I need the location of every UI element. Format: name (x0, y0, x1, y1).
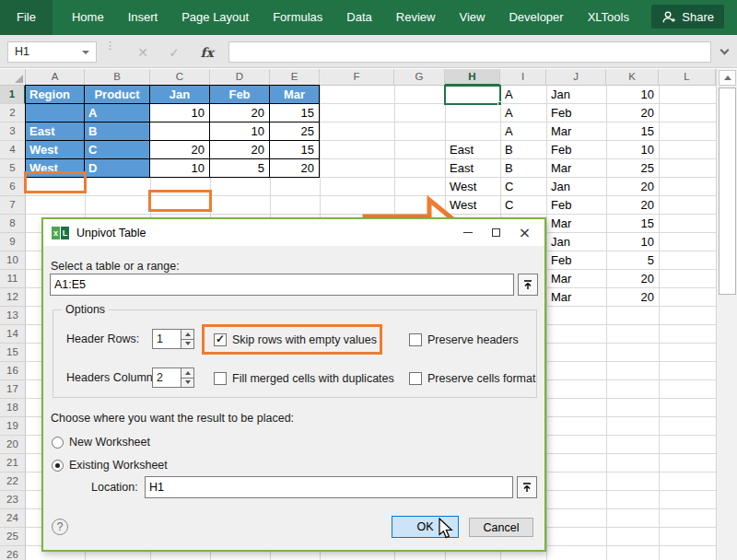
tab-formulas[interactable]: Formulas (261, 0, 334, 35)
column-header-l[interactable]: L (659, 69, 716, 86)
cancel-entry-icon[interactable]: ✕ (137, 45, 148, 60)
preserve-format-checkbox[interactable] (409, 372, 422, 385)
preserve-headers-checkbox[interactable] (409, 333, 422, 346)
row-header[interactable]: 3 (0, 122, 26, 141)
cell-b2[interactable]: A (85, 104, 150, 122)
cell-c4[interactable]: 20 (150, 141, 210, 159)
dialog-title-bar[interactable]: xL Unpivot Table × (43, 219, 544, 246)
expand-formula-bar-icon[interactable] (720, 46, 730, 55)
cell-e2[interactable]: 15 (270, 104, 320, 122)
insert-function-icon[interactable]: fx (200, 45, 213, 60)
range-input[interactable] (50, 274, 514, 296)
scrollbar-thumb[interactable] (719, 88, 736, 295)
preserve-headers-option[interactable]: Preserve headers (409, 332, 519, 347)
cell-c2[interactable]: 10 (150, 104, 210, 122)
row-header[interactable]: 24 (0, 509, 26, 528)
row-header[interactable]: 21 (0, 454, 26, 472)
range-picker-button[interactable] (518, 274, 538, 296)
headers-columns-down-button[interactable] (181, 379, 193, 388)
maximize-button[interactable] (482, 219, 510, 246)
tab-view[interactable]: View (447, 0, 497, 35)
help-button[interactable]: ? (52, 519, 68, 535)
preserve-format-option[interactable]: Preserve cells format (409, 371, 535, 386)
headers-columns-up-button[interactable] (181, 368, 193, 379)
cell-e1[interactable]: Mar (270, 86, 320, 104)
cell-c3-empty[interactable] (150, 122, 210, 141)
cell-a1[interactable]: Region (26, 86, 85, 104)
tab-xltools[interactable]: XLTools (576, 0, 641, 35)
row-header[interactable]: 6 (0, 178, 26, 196)
tab-insert[interactable]: Insert (116, 0, 170, 35)
row-header[interactable]: 13 (0, 307, 26, 325)
column-header-i[interactable]: I (500, 69, 546, 86)
formula-input[interactable] (228, 41, 711, 63)
cell-d2[interactable]: 20 (210, 104, 270, 122)
cell-e5[interactable]: 20 (270, 159, 320, 178)
formula-bar-drag-handle[interactable]: ⋮ (105, 42, 115, 49)
cell-a3[interactable]: East (26, 122, 85, 141)
row-header[interactable]: 11 (0, 270, 26, 288)
confirm-entry-icon[interactable]: ✓ (169, 45, 180, 60)
row-header[interactable]: 14 (0, 325, 26, 344)
existing-worksheet-option[interactable]: Existing Worksheet (52, 458, 168, 472)
fill-handle[interactable] (497, 101, 502, 106)
row-header[interactable]: 12 (0, 288, 26, 307)
cell-d3[interactable]: 10 (210, 122, 270, 141)
select-all-corner[interactable] (0, 69, 26, 86)
row-header[interactable]: 9 (0, 233, 26, 251)
row-header[interactable]: 16 (0, 362, 26, 380)
row-header[interactable]: 22 (0, 472, 26, 491)
cell-a4[interactable]: West (26, 141, 85, 159)
header-rows-value[interactable]: 1 (153, 330, 181, 348)
row-header[interactable]: 5 (0, 159, 26, 178)
share-button[interactable]: Share (651, 5, 724, 29)
row-header[interactable]: 17 (0, 380, 26, 399)
column-header-b[interactable]: B (85, 69, 150, 86)
column-header-j[interactable]: J (546, 69, 606, 86)
location-picker-button[interactable] (517, 476, 537, 498)
minimize-button[interactable] (453, 219, 482, 246)
row-header[interactable]: 4 (0, 141, 26, 159)
row-header[interactable]: 10 (0, 251, 26, 270)
cell-d5[interactable]: 5 (210, 159, 270, 178)
cell-a2-empty[interactable] (26, 104, 85, 122)
scroll-up-button[interactable] (719, 70, 736, 86)
column-header-c[interactable]: C (150, 69, 210, 86)
tab-developer[interactable]: Developer (497, 0, 575, 35)
cell-b5[interactable]: D (85, 159, 150, 178)
row-header[interactable]: 7 (0, 196, 26, 215)
cell-b4[interactable]: C (85, 141, 150, 159)
cell-c5[interactable]: 10 (150, 159, 210, 178)
row-header[interactable]: 18 (0, 399, 26, 417)
cell-b3[interactable]: B (85, 122, 150, 141)
tab-home[interactable]: Home (60, 0, 116, 35)
row-header[interactable]: 15 (0, 344, 26, 362)
column-header-g[interactable]: G (394, 69, 445, 86)
column-header-d[interactable]: D (210, 69, 270, 86)
location-input[interactable] (145, 476, 513, 498)
selected-cell-h1[interactable] (444, 85, 501, 105)
header-rows-up-button[interactable] (181, 330, 193, 340)
cell-d1[interactable]: Feb (210, 86, 270, 104)
column-header-a[interactable]: A (26, 69, 85, 86)
cell-e4[interactable]: 15 (270, 141, 320, 159)
cell-d4[interactable]: 20 (210, 141, 270, 159)
fill-merged-option[interactable]: Fill merged cells with duplicates (214, 371, 394, 386)
close-button[interactable]: × (510, 219, 539, 246)
header-rows-down-button[interactable] (181, 340, 193, 349)
cell-b1[interactable]: Product (85, 86, 150, 104)
column-header-h-selected[interactable]: H (445, 69, 500, 86)
row-header[interactable]: 19 (0, 417, 26, 436)
fill-merged-checkbox[interactable] (214, 372, 227, 385)
tab-page-layout[interactable]: Page Layout (170, 0, 261, 35)
row-header[interactable]: 8 (0, 215, 26, 233)
tab-review[interactable]: Review (384, 0, 448, 35)
headers-columns-value[interactable]: 2 (153, 368, 181, 387)
vertical-scrollbar[interactable] (716, 69, 737, 560)
tab-file[interactable]: File (0, 0, 53, 35)
existing-worksheet-radio[interactable] (52, 460, 64, 472)
column-header-k[interactable]: K (606, 69, 659, 86)
new-worksheet-radio[interactable] (52, 437, 64, 449)
new-worksheet-option[interactable]: New Worksheet (52, 435, 150, 449)
column-header-f[interactable]: F (320, 69, 394, 86)
